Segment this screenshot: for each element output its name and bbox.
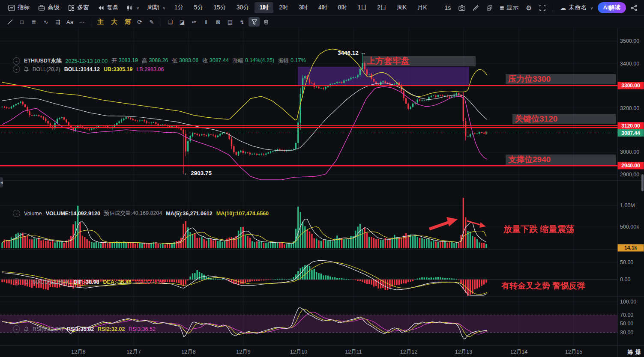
interval-indicator[interactable]: 1s bbox=[441, 2, 454, 13]
chevron-down-icon: ∨ bbox=[162, 6, 165, 10]
gear-icon[interactable]: ⚙ bbox=[523, 2, 535, 13]
svg-text:支撑位2940: 支撑位2940 bbox=[508, 155, 551, 164]
timeframe-2时[interactable]: 2时 bbox=[274, 2, 293, 13]
more-tools-icon[interactable]: ⋯ bbox=[76, 17, 87, 27]
camera-icon[interactable] bbox=[456, 2, 468, 13]
timeframe-5分[interactable]: 5分 bbox=[189, 2, 208, 13]
time-axis[interactable]: 12月612月712月812月912月1012月1112月1212月1312月1… bbox=[71, 349, 641, 355]
toolbar-right-group: 1s ≣ 显示 ⚙ ☁ 未命名 ∨ AI解读 bbox=[441, 2, 640, 14]
divider bbox=[553, 3, 553, 12]
advanced-button[interactable]: 高级 bbox=[34, 2, 63, 14]
alert-bell-icon[interactable] bbox=[24, 327, 29, 332]
multiwindow-button[interactable]: 多窗 bbox=[64, 2, 93, 14]
collapse-chevron-icon[interactable]: ⌄ bbox=[13, 57, 20, 65]
timeframe-4时[interactable]: 4时 bbox=[314, 2, 332, 13]
refresh-icon[interactable]: ⟳ bbox=[134, 17, 145, 27]
drawing-toolbar: □ ≣ ∿ ⇶ Aa ⋯ 主大筹 ⟳ ✎ ❏ ◪ ✑ ‖ ⊠ ▤ ↯ bbox=[0, 16, 644, 28]
candlestick-icon bbox=[126, 5, 133, 11]
indicator-button[interactable]: 指标 bbox=[4, 2, 33, 14]
display-settings-button[interactable]: ≣ 显示 bbox=[497, 2, 521, 13]
chart-canvas[interactable]: 上方套牢盘压力位3300关键位3120支撑位29403446.12 →← 290… bbox=[0, 28, 644, 357]
timeframe-8时[interactable]: 8时 bbox=[333, 2, 352, 13]
alert-bell-icon[interactable] bbox=[24, 67, 29, 72]
svg-text:100.00: 100.00 bbox=[620, 299, 636, 305]
collapse-chevron-icon[interactable]: ⌄ bbox=[13, 65, 20, 73]
collapse-chevron-icon[interactable]: ⌄ bbox=[13, 278, 20, 286]
svg-text:上方套牢盘: 上方套牢盘 bbox=[366, 56, 410, 65]
pen-icon[interactable]: ✑ bbox=[189, 17, 200, 27]
add-pane-icon[interactable] bbox=[483, 2, 495, 13]
bottom-tool-爆[interactable]: 爆 bbox=[635, 349, 641, 355]
svg-text:12月14: 12月14 bbox=[510, 349, 527, 355]
svg-text:12月11: 12月11 bbox=[345, 349, 362, 355]
pencil-icon[interactable] bbox=[470, 2, 482, 13]
compare-candles-icon[interactable]: ‖ bbox=[201, 17, 212, 27]
period-dropdown[interactable]: 周期∨ bbox=[143, 2, 169, 14]
svg-text:0.00: 0.00 bbox=[620, 277, 630, 283]
draw-pointer-icon[interactable]: ✎ bbox=[146, 17, 157, 27]
timeframe-3时[interactable]: 3时 bbox=[294, 2, 313, 13]
eraser-icon[interactable]: ◪ bbox=[177, 17, 188, 27]
svg-text:50.00: 50.00 bbox=[620, 321, 633, 327]
timeframe-2日[interactable]: 2日 bbox=[372, 2, 391, 13]
svg-text:3500.00: 3500.00 bbox=[620, 38, 639, 44]
chart-mode-主[interactable]: 主 bbox=[95, 18, 106, 27]
svg-text:70.00: 70.00 bbox=[620, 312, 633, 318]
grid-icon bbox=[68, 5, 75, 11]
sliders-tool-icon[interactable]: ⇶ bbox=[52, 17, 63, 27]
price-axis[interactable]: 3500.003400.003300.003200.003120.003087.… bbox=[618, 38, 644, 336]
collapse-chevron-icon[interactable]: ⌄ bbox=[13, 325, 20, 333]
zones-layer bbox=[0, 67, 617, 333]
svg-text:放量下跌 缩量震荡: 放量下跌 缩量震荡 bbox=[503, 224, 575, 234]
ai-analysis-button[interactable]: AI解读 bbox=[598, 2, 626, 13]
timeframe-15分[interactable]: 15分 bbox=[209, 2, 231, 13]
lines-tool-icon[interactable]: ≣ bbox=[28, 17, 39, 27]
note-icon[interactable]: ▤ bbox=[225, 17, 236, 27]
magnet-icon[interactable]: ↯ bbox=[237, 17, 248, 27]
lock-icon[interactable]: ⊠ bbox=[213, 17, 224, 27]
chart-mode-大[interactable]: 大 bbox=[108, 18, 120, 27]
svg-text:有转金叉之势 警惕反弹: 有转金叉之势 警惕反弹 bbox=[501, 281, 585, 290]
svg-text:3200.00: 3200.00 bbox=[620, 105, 639, 111]
collapse-chevron-icon[interactable]: ⌄ bbox=[13, 210, 20, 217]
svg-text:12月6: 12月6 bbox=[71, 349, 85, 355]
svg-text:2900.00: 2900.00 bbox=[620, 172, 639, 178]
timeframe-月K[interactable]: 月K bbox=[412, 2, 431, 13]
timeframe-周K[interactable]: 周K bbox=[392, 2, 411, 13]
bottom-tool-筹[interactable]: 筹 bbox=[627, 349, 633, 355]
timeframe-1分[interactable]: 1分 bbox=[170, 2, 189, 13]
fib-tool-icon[interactable]: ∿ bbox=[40, 17, 51, 27]
bookmark-icon[interactable]: ❏ bbox=[165, 17, 176, 27]
indicator-icon bbox=[8, 5, 15, 11]
svg-text:3400.00: 3400.00 bbox=[620, 61, 639, 67]
svg-text:12月9: 12月9 bbox=[236, 349, 250, 355]
svg-text:关键位3120: 关键位3120 bbox=[515, 114, 557, 123]
svg-text:12月10: 12月10 bbox=[290, 349, 307, 355]
trash-icon[interactable] bbox=[261, 17, 272, 27]
trendline-tool-icon[interactable] bbox=[4, 17, 15, 27]
axis-scrollbar[interactable] bbox=[641, 174, 644, 191]
divider bbox=[91, 18, 91, 26]
svg-text:12月8: 12月8 bbox=[181, 349, 195, 355]
chart-mode-筹[interactable]: 筹 bbox=[122, 18, 133, 27]
text-tool-icon[interactable]: Aa bbox=[64, 17, 75, 27]
fullscreen-icon[interactable] bbox=[536, 2, 548, 13]
funnel-filter-icon[interactable] bbox=[249, 17, 260, 27]
chevron-down-icon: ∨ bbox=[590, 6, 593, 10]
replay-button[interactable]: 复盘 bbox=[94, 2, 123, 14]
workspace-dropdown[interactable]: ☁ 未命名 ∨ bbox=[557, 2, 596, 14]
timeframe-1时[interactable]: 1时 bbox=[255, 2, 273, 13]
timeframe-30分[interactable]: 30分 bbox=[232, 2, 254, 13]
share-icon[interactable] bbox=[628, 2, 640, 13]
svg-text:3446.12 →: 3446.12 → bbox=[338, 50, 366, 56]
svg-text:12月7: 12月7 bbox=[126, 349, 141, 355]
timeframe-1日[interactable]: 1日 bbox=[353, 2, 371, 13]
timeframe-list: 1分5分15分30分1时2时3时4时8时1日2日周K月K bbox=[170, 2, 432, 13]
svg-text:3300.00: 3300.00 bbox=[621, 83, 640, 89]
alert-bell-icon[interactable] bbox=[24, 280, 29, 285]
svg-text:2940.00: 2940.00 bbox=[621, 163, 640, 169]
candle-style-dropdown[interactable]: ∨ bbox=[123, 2, 143, 14]
rectangle-tool-icon[interactable]: □ bbox=[16, 17, 27, 27]
svg-text:← 2903.75: ← 2903.75 bbox=[183, 170, 212, 176]
pane-collapse-handle[interactable]: ◀ bbox=[0, 177, 3, 187]
